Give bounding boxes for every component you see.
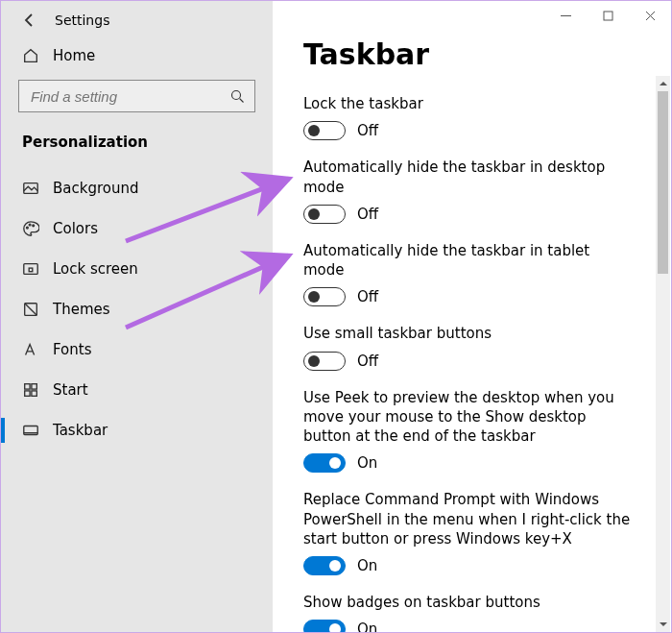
svg-point-3 — [29, 224, 31, 226]
svg-rect-10 — [25, 391, 30, 396]
sidebar-home[interactable]: Home — [1, 37, 273, 74]
scroll-thumb[interactable] — [658, 91, 668, 274]
toggle-state: Off — [357, 122, 378, 139]
sidebar-item-background[interactable]: Background — [1, 168, 273, 208]
toggle-lock-taskbar[interactable] — [303, 121, 346, 140]
svg-rect-8 — [25, 384, 30, 389]
toggle-powershell[interactable] — [303, 556, 346, 575]
setting-badges: Show badges on taskbar buttons On — [303, 593, 633, 632]
nav-label: Themes — [53, 301, 110, 318]
nav-label: Colors — [53, 220, 98, 237]
page-title: Taskbar — [303, 37, 633, 71]
toggle-autohide-desktop[interactable] — [303, 205, 346, 224]
toggle-state: On — [357, 454, 377, 472]
window-controls — [544, 1, 671, 30]
setting-small-buttons: Use small taskbar buttons Off — [303, 324, 633, 370]
svg-point-4 — [33, 225, 35, 227]
toggle-small-buttons[interactable] — [303, 352, 346, 371]
main-content: Taskbar Lock the taskbar Off Automatical… — [273, 1, 671, 632]
category-label: Personalization — [1, 126, 273, 168]
lockscreen-icon — [22, 260, 39, 278]
fonts-icon — [22, 341, 39, 358]
picture-icon — [22, 180, 39, 197]
sidebar-item-colors[interactable]: Colors — [1, 208, 273, 249]
toggle-state: Off — [357, 288, 378, 305]
nav-label: Fonts — [53, 341, 91, 358]
toggle-autohide-tablet[interactable] — [303, 287, 346, 306]
sidebar-item-start[interactable]: Start — [1, 370, 273, 410]
home-icon — [22, 47, 39, 64]
setting-label: Automatically hide the taskbar in tablet… — [303, 241, 633, 280]
taskbar-icon — [22, 422, 39, 439]
svg-rect-5 — [24, 264, 37, 275]
scroll-up-icon[interactable] — [656, 76, 670, 91]
close-button[interactable] — [629, 1, 671, 30]
sidebar-item-taskbar[interactable]: Taskbar — [1, 410, 273, 450]
scrollbar[interactable] — [656, 76, 670, 632]
search-input[interactable] — [29, 87, 212, 106]
maximize-button[interactable] — [587, 1, 629, 30]
window-title: Settings — [55, 12, 109, 28]
toggle-peek[interactable] — [303, 453, 346, 473]
setting-autohide-tablet: Automatically hide the taskbar in tablet… — [303, 241, 633, 307]
minimize-button[interactable] — [544, 1, 587, 30]
home-label: Home — [53, 47, 95, 64]
setting-peek: Use Peek to preview the desktop when you… — [303, 388, 633, 474]
setting-label: Use Peek to preview the desktop when you… — [303, 388, 633, 447]
svg-rect-11 — [32, 391, 36, 396]
toggle-state: On — [357, 621, 377, 632]
nav-list: Background Colors Lock screen Themes Fon… — [1, 168, 273, 450]
search-box[interactable] — [18, 80, 255, 112]
sidebar: Settings Home Personalization Background… — [1, 1, 273, 632]
themes-icon — [22, 301, 39, 318]
setting-autohide-desktop: Automatically hide the taskbar in deskto… — [303, 158, 633, 224]
setting-label: Automatically hide the taskbar in deskto… — [303, 158, 633, 197]
toggle-state: Off — [357, 353, 378, 370]
nav-label: Taskbar — [53, 422, 108, 439]
setting-label: Show badges on taskbar buttons — [303, 593, 633, 612]
search-icon — [230, 89, 245, 104]
svg-point-0 — [232, 90, 241, 99]
sidebar-item-fonts[interactable]: Fonts — [1, 329, 273, 370]
scroll-down-icon[interactable] — [656, 617, 670, 632]
setting-label: Use small taskbar buttons — [303, 324, 633, 343]
setting-lock-taskbar: Lock the taskbar Off — [303, 94, 633, 140]
toggle-badges[interactable] — [303, 620, 346, 632]
toggle-state: Off — [357, 206, 378, 223]
sidebar-item-lockscreen[interactable]: Lock screen — [1, 249, 273, 289]
svg-point-2 — [27, 227, 29, 229]
setting-powershell: Replace Command Prompt with Windows Powe… — [303, 490, 633, 575]
sidebar-item-themes[interactable]: Themes — [1, 289, 273, 329]
start-icon — [22, 381, 39, 399]
scroll-track[interactable] — [656, 91, 670, 617]
nav-label: Start — [53, 381, 88, 399]
setting-label: Lock the taskbar — [303, 94, 633, 113]
palette-icon — [22, 220, 39, 237]
svg-rect-9 — [32, 384, 36, 389]
svg-rect-6 — [29, 268, 33, 272]
setting-label: Replace Command Prompt with Windows Powe… — [303, 490, 633, 548]
nav-label: Background — [53, 180, 139, 197]
toggle-state: On — [357, 557, 377, 574]
svg-rect-15 — [604, 12, 612, 20]
nav-label: Lock screen — [53, 260, 138, 278]
back-icon[interactable] — [22, 12, 37, 28]
